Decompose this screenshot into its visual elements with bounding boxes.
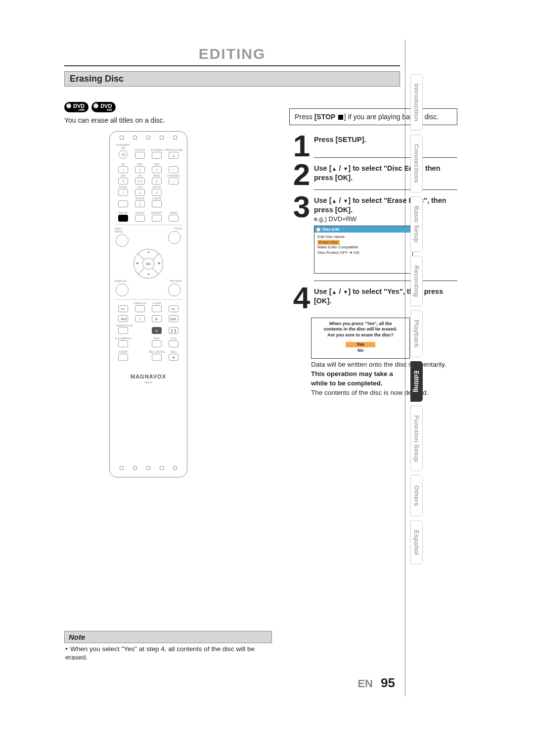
step-2: 2 Use [▲ / ▼] to select "Disc Edit", the…	[289, 163, 457, 190]
tab-basic-setup[interactable]: Basic Setup	[410, 196, 423, 252]
tab-others[interactable]: Others	[410, 475, 423, 517]
left-arrow-icon[interactable]: ◀	[135, 261, 138, 265]
tab-introduction[interactable]: Introduction	[410, 74, 423, 131]
up-arrow-icon[interactable]: ▲	[147, 250, 150, 253]
dialog-yes: Yes	[346, 342, 375, 348]
dpad[interactable]: OK ▲ ▼ ◀ ▶	[127, 248, 170, 285]
stop-button[interactable]: ■	[152, 327, 162, 334]
remote-top-edge	[110, 132, 187, 143]
timer-button[interactable]	[118, 354, 128, 361]
tab-recording[interactable]: Recording	[410, 256, 423, 306]
key-0[interactable]: 0	[135, 200, 145, 207]
osd-item: Edit Disc Name	[317, 235, 409, 239]
intro-text: You can erase all titles on a disc.	[64, 116, 232, 124]
page-footer: EN 95	[357, 675, 395, 691]
step-2-title: Use [▲ / ▼] to select "Disc Edit", then …	[314, 164, 457, 183]
remote-model: NB820	[110, 381, 187, 384]
hdd-button[interactable]	[152, 340, 162, 347]
stop-icon	[338, 115, 343, 120]
play-button[interactable]: ▶	[152, 315, 162, 322]
tab-connections[interactable]: Connections	[410, 135, 423, 192]
remote-brand: MAGNAVOX	[110, 374, 187, 379]
source-label: SOURCE	[151, 148, 163, 151]
recmode-button[interactable]	[152, 354, 162, 361]
hdmi-button[interactable]	[169, 215, 178, 222]
key-9[interactable]: 9	[152, 189, 162, 196]
ffwd-button[interactable]: ▶▶	[169, 315, 178, 322]
rapid-play-button[interactable]	[118, 327, 128, 334]
step-1: 1 Press [SETUP].	[289, 134, 457, 158]
vreplay-button[interactable]	[135, 305, 145, 312]
page-number: 95	[381, 675, 395, 690]
audio-button[interactable]	[135, 215, 145, 222]
tab-playback[interactable]: Playback	[410, 310, 423, 357]
rewind-button[interactable]: ◀◀	[118, 315, 128, 322]
title-button[interactable]	[168, 231, 181, 244]
standby-button[interactable]: ⏻	[119, 150, 128, 159]
section-tabs: Introduction Connections Basic Setup Rec…	[410, 74, 429, 568]
key-6[interactable]: 6	[152, 178, 162, 185]
note-body: •When you select "Yes" at step 4, all co…	[64, 643, 272, 664]
osd-disc-edit: Disc Edit Edit Disc Name Erase Disc Make…	[314, 226, 413, 274]
dtv-label: DTV/TV	[135, 148, 145, 151]
dvd-button[interactable]	[169, 340, 178, 347]
clear-button[interactable]	[152, 200, 162, 207]
note-heading: Note	[64, 631, 272, 643]
disc-badges: DVD +RW DVD -RW	[64, 102, 232, 112]
dvd-minus-rw-badge: DVD -RW	[91, 102, 116, 112]
right-column: Press [STOP ] if you are playing back a …	[289, 108, 457, 397]
remote-control-illustration: STANDBY-ON⏻ DTV/TV SOURCE OPEN/CLOSE▲ @!…	[109, 131, 187, 477]
channel-up[interactable]: +	[169, 166, 178, 173]
pause-button[interactable]: ❚❚	[169, 327, 178, 334]
disc-icon	[316, 228, 320, 232]
osd-item-selected: Erase Disc	[317, 240, 340, 245]
dtv-button[interactable]	[135, 152, 145, 159]
step-3: 3 Use [▲ / ▼] to select "Erase Disc", th…	[289, 195, 457, 281]
footer-lang: EN	[357, 677, 373, 690]
dubbing-button[interactable]	[118, 340, 128, 347]
open-close-label: OPEN/CLOSE	[164, 148, 183, 151]
right-arrow-icon[interactable]: ▶	[158, 261, 161, 265]
down-arrow-icon[interactable]: ▼	[147, 273, 150, 276]
warn-line-2: while to be completed.	[311, 379, 457, 387]
dvd-plus-rw-badge: DVD +RW	[64, 102, 89, 112]
manual-page: EDITING Erasing Disc DVD +RW DVD -RW You…	[59, 40, 405, 697]
after-text-1: Data will be written onto the disc momen…	[311, 361, 457, 368]
standby-label: STANDBY-ON	[115, 143, 132, 149]
warn-line-1: This operation may take a	[311, 370, 457, 378]
step-4: 4 Use [▲ / ▼] to select "Yes", then pres…	[289, 286, 457, 313]
tab-function-setup[interactable]: Function Setup	[410, 406, 423, 472]
step-3-title: Use [▲ / ▼] to select "Erase Disc", then…	[314, 196, 457, 215]
setup-button[interactable]	[118, 215, 128, 222]
source-button[interactable]	[152, 152, 162, 159]
osd-item: Disc Protect OFF ➔ ON	[317, 250, 409, 255]
erase-confirm-dialog: When you press "Yes", all the contents i…	[311, 318, 410, 359]
disc-menu-button[interactable]	[116, 234, 129, 247]
open-close-button[interactable]: ▲	[169, 152, 178, 159]
key-7[interactable]: 7	[118, 189, 128, 196]
slow-button[interactable]	[135, 315, 145, 322]
remote-bottom-edge	[110, 462, 187, 474]
dialog-no: No	[346, 348, 375, 354]
tab-editing[interactable]: Editing	[410, 361, 423, 402]
repeat-button[interactable]	[152, 215, 162, 222]
section-heading: Erasing Disc	[64, 71, 400, 87]
step-3-example: e.g.) DVD+RW	[314, 215, 457, 223]
osd-item: Make Edits Compatible	[317, 245, 409, 250]
tab-espanol[interactable]: Español	[410, 520, 423, 565]
ok-button[interactable]: OK	[142, 258, 154, 270]
key-2[interactable]: 2	[135, 166, 145, 173]
key-3[interactable]: 3	[152, 166, 162, 173]
channel-down[interactable]: −	[169, 178, 178, 185]
key-8[interactable]: 8	[135, 189, 145, 196]
key-1[interactable]: 1	[118, 166, 128, 173]
key-5[interactable]: 5	[135, 178, 145, 185]
vskip-button[interactable]	[152, 305, 162, 312]
prev-track-button[interactable]: ⏮	[118, 305, 128, 312]
key-4[interactable]: 4	[118, 178, 128, 185]
note-box: Note •When you select "Yes" at step 4, a…	[64, 631, 272, 664]
step-1-title: Press [SETUP].	[314, 135, 457, 144]
key-dot[interactable]: .	[118, 200, 128, 207]
next-track-button[interactable]: ⏭	[169, 305, 178, 312]
rec-button[interactable]: ●	[169, 354, 178, 361]
